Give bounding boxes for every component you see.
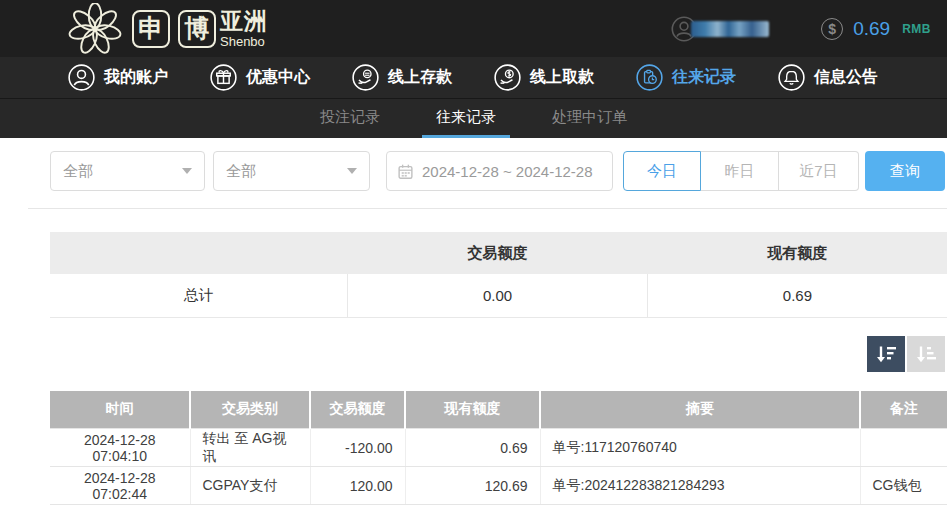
nav-item-online-withdraw[interactable]: 线上取款	[494, 64, 594, 91]
username-redacted	[691, 21, 769, 37]
records-cell: 单号:202412283821284293	[540, 467, 860, 505]
records-header-cell[interactable]: 现有额度	[405, 391, 540, 429]
nav-item-label: 线上取款	[530, 67, 594, 88]
records-cell: 单号:117120760740	[540, 429, 860, 467]
records-header-cell[interactable]: 时间	[50, 391, 190, 429]
logo-subtitle: Shenbo	[220, 35, 268, 48]
search-button[interactable]: 查询	[865, 151, 945, 191]
user-account[interactable]	[671, 16, 769, 42]
withdraw-icon	[494, 64, 521, 91]
nav-item-my-account[interactable]: 我的账户	[68, 64, 168, 91]
main-nav: 我的账户优惠中心线上存款线上取款往来记录信息公告	[0, 57, 947, 99]
nav-item-transaction-records[interactable]: 往来记录	[636, 64, 736, 91]
records-icon	[636, 64, 663, 91]
records-table: 时间交易类别交易额度现有额度摘要备注 2024-12-28 07:04:10转出…	[50, 391, 947, 506]
logo-region-text: 亚洲	[220, 10, 268, 33]
type-select-value: 全部	[226, 162, 256, 181]
quick-date-button-1[interactable]: 昨日	[701, 151, 779, 191]
divider	[28, 208, 947, 209]
coin-icon: $	[821, 18, 843, 40]
top-header: 申 博 亚洲 Shenbo $ 0.69 RMB	[0, 0, 947, 57]
records-cell: CG钱包	[860, 467, 947, 505]
sort-amount-asc-icon	[915, 344, 937, 364]
table-row: 2024-12-28 07:04:10转出 至 AG视讯-120.000.69单…	[50, 429, 947, 467]
chevron-down-icon	[182, 168, 192, 174]
records-header-cell[interactable]: 交易额度	[310, 391, 405, 429]
records-cell: 2024-12-28 07:04:10	[50, 429, 190, 467]
quick-date-button-2[interactable]: 近7日	[779, 151, 859, 191]
site-logo[interactable]: 申 博 亚洲 Shenbo	[66, 3, 268, 55]
flower-logo-icon	[66, 3, 124, 55]
summary-header-cell	[50, 232, 348, 274]
nav-item-label: 我的账户	[104, 67, 168, 88]
records-cell: 120.69	[405, 467, 540, 505]
logo-char-box-2: 博	[178, 10, 216, 48]
sort-ascending-button[interactable]	[907, 336, 945, 372]
nav-item-promotions[interactable]: 优惠中心	[210, 64, 310, 91]
records-cell: 120.00	[310, 467, 405, 505]
records-cell: 0.69	[405, 429, 540, 467]
chevron-down-icon	[347, 168, 357, 174]
quick-date-button-0[interactable]: 今日	[623, 151, 701, 191]
summary-header-cell: 现有额度	[647, 232, 947, 274]
summary-cell: 0.00	[348, 274, 648, 317]
nav-item-label: 往来记录	[672, 67, 736, 88]
filter-row: 全部 全部 2024-12-28 ~ 2024-12-28 今日昨日近7日 查询	[50, 151, 945, 191]
records-cell: 2024-12-28 07:02:44	[50, 467, 190, 505]
records-cell: CGPAY支付	[190, 467, 310, 505]
sub-tab-transaction-records[interactable]: 往来记录	[422, 99, 510, 138]
sub-tab-pending-orders[interactable]: 处理中订单	[538, 99, 641, 138]
records-header-cell[interactable]: 备注	[860, 391, 947, 429]
records-header-cell[interactable]: 交易类别	[190, 391, 310, 429]
summary-cell: 总计	[50, 274, 348, 317]
sort-controls	[0, 336, 945, 372]
date-range-value: 2024-12-28 ~ 2024-12-28	[422, 163, 593, 180]
sort-descending-button[interactable]	[867, 336, 905, 372]
balance-amount[interactable]: 0.69	[853, 18, 890, 40]
nav-item-announcements[interactable]: 信息公告	[778, 64, 878, 91]
user-icon	[68, 64, 95, 91]
summary-table: 交易额度现有额度 总计0.000.69	[50, 232, 947, 318]
logo-char-box-1: 申	[132, 10, 170, 48]
category-select-value: 全部	[63, 162, 93, 181]
summary-cell: 0.69	[647, 274, 947, 317]
sort-amount-desc-icon	[875, 344, 897, 364]
category-select[interactable]: 全部	[50, 151, 205, 191]
nav-item-label: 优惠中心	[246, 67, 310, 88]
date-range-input[interactable]: 2024-12-28 ~ 2024-12-28	[386, 151, 613, 191]
nav-item-label: 线上存款	[388, 67, 452, 88]
summary-row: 总计0.000.69	[50, 274, 947, 317]
type-select[interactable]: 全部	[213, 151, 370, 191]
nav-item-online-deposit[interactable]: 线上存款	[352, 64, 452, 91]
records-cell	[860, 429, 947, 467]
summary-header-cell: 交易额度	[348, 232, 648, 274]
records-cell: -120.00	[310, 429, 405, 467]
bell-icon	[778, 64, 805, 91]
nav-item-label: 信息公告	[814, 67, 878, 88]
deposit-icon	[352, 64, 379, 91]
sub-nav: 投注记录往来记录处理中订单	[0, 99, 947, 138]
records-cell: 转出 至 AG视讯	[190, 429, 310, 467]
quick-date-group: 今日昨日近7日	[623, 151, 859, 191]
gift-icon	[210, 64, 237, 91]
sub-tab-bet-records[interactable]: 投注记录	[306, 99, 394, 138]
balance-currency: RMB	[902, 22, 931, 36]
records-header-cell[interactable]: 摘要	[540, 391, 860, 429]
calendar-icon	[397, 163, 414, 180]
table-row: 2024-12-28 07:02:44CGPAY支付120.00120.69单号…	[50, 467, 947, 505]
